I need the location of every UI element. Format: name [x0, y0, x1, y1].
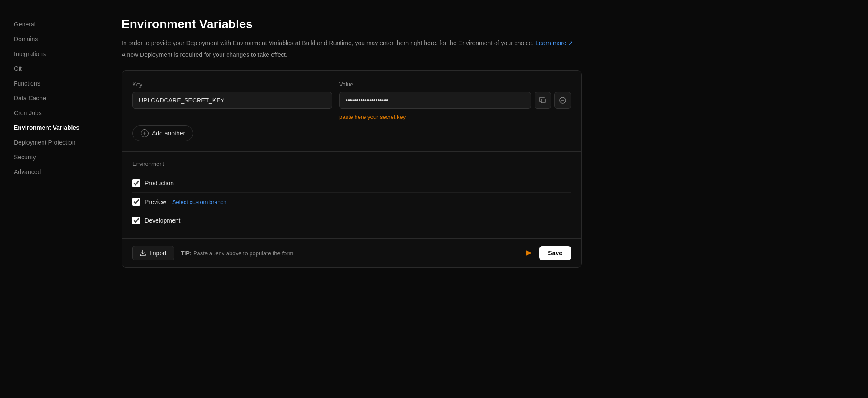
- env-row-production: Production: [132, 174, 571, 193]
- footer-section: Import TIP: Paste a .env above to popula…: [122, 239, 581, 267]
- download-icon: [140, 250, 146, 256]
- value-input[interactable]: [339, 92, 531, 109]
- sidebar-item-security[interactable]: Security: [9, 150, 87, 164]
- key-column-header: Key: [132, 81, 332, 88]
- page-title: Environment Variables: [122, 17, 591, 31]
- env-variables-card: Key Value: [122, 70, 582, 268]
- minus-circle-icon: [559, 97, 566, 104]
- sidebar-item-advanced[interactable]: Advanced: [9, 165, 87, 179]
- arrow-icon: [480, 248, 532, 258]
- deployment-note: A new Deployment is required for your ch…: [122, 51, 591, 58]
- key-input[interactable]: [132, 92, 332, 109]
- import-button[interactable]: Import: [132, 246, 174, 260]
- preview-label: Preview: [145, 198, 166, 205]
- svg-rect-0: [541, 99, 545, 103]
- kv-section: Key Value: [122, 71, 581, 152]
- external-link-icon: ↗: [568, 39, 573, 46]
- sidebar: General Domains Integrations Git Functio…: [0, 0, 96, 398]
- page-description: In order to provide your Deployment with…: [122, 38, 578, 48]
- remove-button[interactable]: [554, 92, 571, 109]
- environment-section: Environment Production Preview Select cu…: [122, 152, 581, 239]
- sidebar-nav: General Domains Integrations Git Functio…: [9, 17, 87, 179]
- svg-marker-4: [526, 250, 532, 256]
- copy-icon: [539, 97, 546, 104]
- development-checkbox[interactable]: [132, 217, 140, 224]
- sidebar-item-cron-jobs[interactable]: Cron Jobs: [9, 106, 87, 120]
- tip-text: TIP: Paste a .env above to populate the …: [181, 250, 294, 257]
- secret-hint: paste here your secret key: [339, 114, 571, 120]
- env-row-development: Development: [132, 211, 571, 230]
- sidebar-item-environment-variables[interactable]: Environment Variables: [9, 121, 87, 135]
- sidebar-item-functions[interactable]: Functions: [9, 76, 87, 90]
- sidebar-item-data-cache[interactable]: Data Cache: [9, 91, 87, 105]
- production-checkbox[interactable]: [132, 179, 140, 187]
- add-another-button[interactable]: + Add another: [132, 125, 193, 141]
- sidebar-item-general[interactable]: General: [9, 17, 87, 31]
- kv-row: [132, 92, 571, 109]
- tip-label: TIP:: [181, 250, 192, 257]
- copy-button[interactable]: [535, 92, 551, 109]
- sidebar-item-git[interactable]: Git: [9, 62, 87, 76]
- save-button[interactable]: Save: [539, 246, 571, 260]
- sidebar-item-deployment-protection[interactable]: Deployment Protection: [9, 135, 87, 149]
- value-column-header: Value: [339, 81, 571, 88]
- main-content: Environment Variables In order to provid…: [96, 0, 617, 398]
- preview-checkbox[interactable]: [132, 198, 140, 206]
- production-label: Production: [145, 180, 174, 187]
- value-input-wrapper: [339, 92, 571, 109]
- learn-more-link[interactable]: Learn more ↗: [535, 39, 573, 46]
- arrow-container: Save: [300, 246, 571, 260]
- sidebar-item-integrations[interactable]: Integrations: [9, 47, 87, 61]
- environment-section-label: Environment: [132, 161, 571, 167]
- env-row-preview: Preview Select custom branch: [132, 193, 571, 211]
- select-custom-branch-link[interactable]: Select custom branch: [172, 199, 227, 205]
- plus-icon: +: [141, 129, 149, 137]
- development-label: Development: [145, 217, 181, 224]
- kv-headers: Key Value: [132, 81, 571, 88]
- sidebar-item-domains[interactable]: Domains: [9, 32, 87, 46]
